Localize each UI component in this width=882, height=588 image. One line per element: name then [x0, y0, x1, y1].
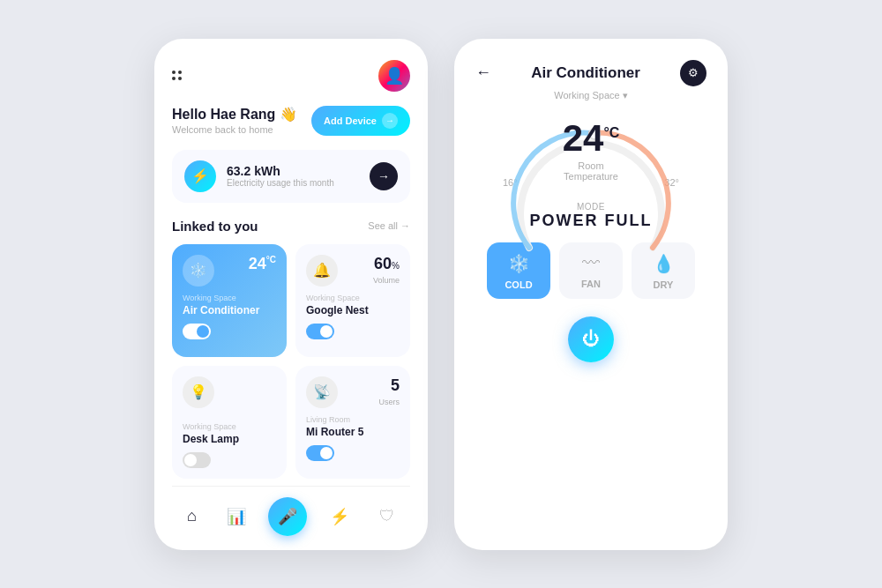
- router-value: 5: [391, 376, 400, 395]
- gauge-wrap: 24°C Room Temperature: [503, 115, 679, 212]
- power-icon: ⏻: [582, 329, 600, 349]
- section-header: Linked to you See all →: [172, 219, 410, 234]
- avatar[interactable]: 👤: [378, 60, 410, 92]
- router-users-label: Users: [378, 398, 400, 406]
- back-button[interactable]: ←: [475, 63, 491, 82]
- stats-icon: 📊: [227, 507, 246, 526]
- shield-icon: 🛡: [379, 507, 395, 525]
- mic-button[interactable]: 🎤: [268, 497, 307, 536]
- lamp-toggle[interactable]: [183, 452, 211, 468]
- ac-page-title: Air Conditioner: [491, 64, 680, 82]
- device-card-nest[interactable]: 🔔 60% Volume Working Space Google Nest: [295, 244, 410, 357]
- nest-name: Google Nest: [306, 304, 400, 316]
- right-phone: ← Air Conditioner ⚙ Working Space ▾: [454, 39, 728, 550]
- electricity-arrow[interactable]: →: [370, 162, 398, 190]
- lamp-sublabel: Working Space: [183, 422, 276, 431]
- lamp-icon: 💡: [183, 376, 214, 408]
- device-card-lamp[interactable]: 💡 Working Space Desk Lamp: [172, 366, 287, 479]
- router-name: Mi Router 5: [306, 426, 400, 438]
- greeting-text: Hello Hae Rang 👋 Welcome back to home: [172, 106, 297, 135]
- ac-value: 24°C: [249, 255, 276, 273]
- location-selector[interactable]: Working Space ▾: [475, 90, 706, 101]
- ac-toggle[interactable]: [183, 324, 211, 339]
- electricity-value: 63.2 kWh: [227, 164, 359, 178]
- see-all-link[interactable]: See all →: [368, 220, 410, 231]
- nav-shield[interactable]: 🛡: [372, 503, 402, 529]
- device-card-ac[interactable]: ❄️ 24°C Working Space Air Conditioner: [172, 244, 287, 357]
- settings-button[interactable]: ⚙: [680, 60, 706, 86]
- arrow-icon: →: [382, 113, 398, 129]
- bottom-nav: ⌂ 📊 🎤 ⚡ 🛡: [172, 486, 410, 536]
- lightning-icon: ⚡: [184, 160, 216, 192]
- nav-home[interactable]: ⌂: [180, 503, 204, 529]
- electricity-label: Electricity usage this month: [227, 178, 359, 188]
- temperature-gauge: 24°C Room Temperature 16° 32°: [475, 115, 706, 188]
- ac-icon: ❄️: [183, 255, 214, 287]
- section-title: Linked to you: [172, 219, 258, 234]
- ac-sublabel: Working Space: [183, 294, 276, 302]
- left-phone: 👤 Hello Hae Rang 👋 Welcome back to home …: [154, 39, 428, 550]
- nest-sublabel: Working Space: [306, 294, 400, 302]
- power-button[interactable]: ⏻: [568, 316, 614, 362]
- nav-plug[interactable]: ⚡: [323, 503, 356, 530]
- electricity-card[interactable]: ⚡ 63.2 kWh Electricity usage this month …: [172, 150, 410, 203]
- nest-toggle[interactable]: [306, 324, 334, 339]
- greeting-row: Hello Hae Rang 👋 Welcome back to home Ad…: [172, 106, 410, 136]
- greeting-title: Hello Hae Rang 👋: [172, 106, 297, 123]
- greeting-subtitle: Welcome back to home: [172, 124, 297, 135]
- router-toggle[interactable]: [306, 445, 334, 461]
- power-btn-wrap: ⏻: [475, 316, 706, 362]
- home-icon: ⌂: [187, 507, 197, 525]
- ac-header: ← Air Conditioner ⚙: [475, 60, 706, 86]
- electricity-info: 63.2 kWh Electricity usage this month: [227, 164, 359, 188]
- device-grid: ❄️ 24°C Working Space Air Conditioner 🔔 …: [172, 244, 410, 479]
- temp-display: 24°C Room Temperature: [563, 120, 620, 182]
- router-sublabel: Living Room: [306, 415, 400, 424]
- nest-icon: 🔔: [306, 255, 338, 287]
- menu-icon[interactable]: [172, 71, 182, 80]
- app-container: 👤 Hello Hae Rang 👋 Welcome back to home …: [0, 0, 882, 588]
- top-bar: 👤: [172, 60, 410, 92]
- nest-volume-label: Volume: [373, 276, 400, 285]
- ac-name: Air Conditioner: [183, 304, 276, 316]
- mic-icon: 🎤: [278, 507, 297, 526]
- nest-value: 60%: [374, 255, 400, 273]
- lamp-name: Desk Lamp: [183, 433, 276, 445]
- plug-icon: ⚡: [330, 507, 349, 526]
- nav-stats[interactable]: 📊: [220, 503, 253, 530]
- temperature-value: 24°C: [563, 120, 620, 157]
- router-icon: 📡: [306, 376, 338, 408]
- temperature-label: Room Temperature: [563, 160, 620, 182]
- add-device-button[interactable]: Add Device →: [311, 106, 410, 136]
- device-card-router[interactable]: 📡 5 Users Living Room Mi Router 5: [295, 366, 410, 479]
